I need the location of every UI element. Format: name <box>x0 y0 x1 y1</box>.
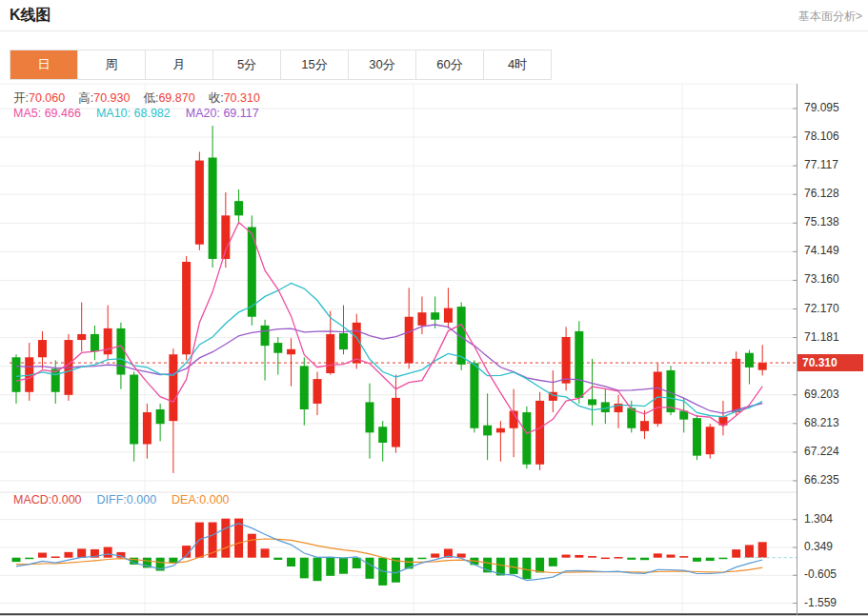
price-axis-label: 73.160 <box>804 272 839 286</box>
candle-body <box>706 427 715 454</box>
candle-body <box>300 366 309 409</box>
macd-axis-label: -1.559 <box>804 596 837 609</box>
price-axis-label: 68.213 <box>804 416 839 429</box>
macd-hist-bar <box>77 548 86 557</box>
candle-body <box>444 308 453 323</box>
macd-axis-label: 1.304 <box>804 512 833 526</box>
macd-hist-bar <box>706 558 715 561</box>
low-label: 低: <box>143 91 158 105</box>
ma5-label: MA5: <box>13 107 41 120</box>
dea-label: DEA: <box>172 493 199 507</box>
ohlc-header: 开:70.060 高:70.930 低:69.870 收:70.310 <box>13 90 273 107</box>
macd-hist-bar <box>679 556 688 558</box>
candle-body <box>143 412 151 444</box>
price-axis-label: 76.128 <box>804 187 839 200</box>
candle-body <box>562 337 571 384</box>
candle-body <box>104 328 112 354</box>
diff-label: DIFF: <box>97 493 127 507</box>
candle-body <box>483 426 492 436</box>
candle-body <box>209 158 217 259</box>
open-value: 70.060 <box>29 91 65 105</box>
candle-body <box>758 363 767 370</box>
ma20-label: MA20: <box>186 107 220 120</box>
macd-hist-bar <box>104 547 112 558</box>
diff-line <box>16 524 762 581</box>
macd-hist-bar <box>575 555 583 558</box>
candle-body <box>745 353 754 368</box>
dea-line <box>16 539 762 573</box>
ma-header: MA5: 69.466 MA10: 68.982 MA20: 69.117 <box>13 107 274 120</box>
macd-hist-bar <box>38 553 47 558</box>
ma10-line <box>16 283 762 416</box>
dea-value: 0.000 <box>199 493 229 507</box>
candle-body <box>182 262 191 354</box>
candle-body <box>470 363 478 427</box>
macd-hist-bar <box>25 558 33 560</box>
candle-body <box>405 317 414 364</box>
high-label: 高: <box>78 91 93 105</box>
candle-body <box>156 409 165 424</box>
macd-hist-bar <box>221 519 230 558</box>
macd-hist-bar <box>549 558 557 566</box>
macd-hist-bar <box>313 558 322 581</box>
macd-hist-bar <box>732 549 740 558</box>
candle-body <box>417 312 426 326</box>
candle-body <box>169 354 177 421</box>
macd-hist-bar <box>261 548 270 557</box>
macd-hist-bar <box>562 555 571 558</box>
candle-body <box>313 379 322 404</box>
candle-body <box>221 215 230 259</box>
macd-hist-bar <box>12 558 21 562</box>
candle-body <box>522 412 531 465</box>
candle-body <box>392 398 400 447</box>
macd-hist-bar <box>248 534 256 558</box>
candle-body <box>588 399 596 405</box>
macd-hist-bar <box>601 558 610 560</box>
candle-body <box>234 201 243 215</box>
price-axis-label: 79.095 <box>804 101 839 114</box>
macd-hist-bar <box>326 558 334 576</box>
close-label: 收: <box>209 91 224 105</box>
macd-hist-bar <box>654 553 662 557</box>
macd-hist-bar <box>745 545 754 557</box>
macd-hist-bar <box>365 558 373 579</box>
low-value: 69.870 <box>158 91 194 105</box>
candle-body <box>640 421 649 431</box>
macd-axis-label: 0.349 <box>804 540 833 553</box>
macd-hist-bar <box>287 558 295 566</box>
candle-body <box>91 334 99 351</box>
candle-body <box>693 418 701 456</box>
candle-body <box>130 375 138 445</box>
candle-body <box>365 402 373 432</box>
ma10-value: 68.982 <box>134 107 171 120</box>
candle-body <box>195 161 204 245</box>
macd-hist-bar <box>339 558 348 574</box>
macd-hist-bar <box>615 557 623 559</box>
candle-body <box>496 428 505 433</box>
candle-body <box>431 312 439 320</box>
price-axis-label: 77.117 <box>804 158 838 171</box>
macd-value: 0.000 <box>51 493 81 507</box>
macd-label: MACD: <box>13 493 51 507</box>
macd-hist-bar <box>718 558 727 560</box>
macd-hist-bar <box>431 553 439 557</box>
price-axis-label: 66.235 <box>804 473 839 487</box>
macd-axis-label: -0.605 <box>804 567 837 581</box>
macd-hist-bar <box>510 558 518 574</box>
candle-body <box>261 326 270 346</box>
macd-hist-bar <box>758 542 767 557</box>
candle-body <box>535 401 544 465</box>
macd-hist-bar <box>273 558 282 560</box>
macd-hist-bar <box>667 555 676 558</box>
candle-body <box>38 340 47 357</box>
price-axis-label: 78.106 <box>804 129 839 143</box>
price-axis-label: 69.203 <box>804 387 839 401</box>
price-axis-label: 72.170 <box>804 302 839 315</box>
diff-value: 0.000 <box>127 493 156 507</box>
macd-hist-bar <box>627 558 636 560</box>
candle-body <box>273 343 282 353</box>
candle-body <box>575 331 583 398</box>
price-axis-label: 75.138 <box>804 215 839 229</box>
macd-hist-bar <box>169 558 177 564</box>
candle-body <box>287 349 295 354</box>
